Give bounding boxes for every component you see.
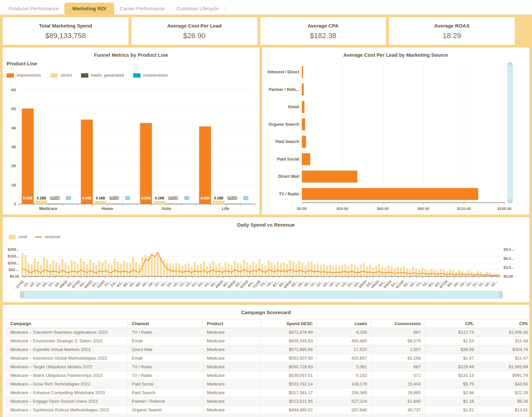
cost-bar[interactable] <box>191 267 193 276</box>
cost-bar[interactable] <box>55 262 57 276</box>
cost-bar[interactable] <box>283 262 285 276</box>
funnel-bar-leads-generated-home[interactable] <box>108 204 120 204</box>
cost-bar[interactable] <box>265 265 266 276</box>
cost-bar[interactable] <box>338 266 340 276</box>
tab-carrier-performance[interactable]: Carrier Performance <box>114 3 171 15</box>
cost-bar[interactable] <box>197 265 199 276</box>
cost-bar[interactable] <box>421 268 423 276</box>
cost-bar[interactable] <box>329 265 331 276</box>
cost-bar[interactable] <box>296 264 297 276</box>
cost-bar[interactable] <box>354 265 356 276</box>
cost-bar[interactable] <box>120 264 122 276</box>
cost-bar[interactable] <box>468 271 469 276</box>
cost-bar[interactable] <box>292 262 294 276</box>
cost-bar[interactable] <box>302 263 303 276</box>
cost-bar[interactable] <box>219 263 220 276</box>
cost-bar[interactable] <box>357 267 359 276</box>
cost-bar[interactable] <box>363 263 365 276</box>
cost-bar[interactable] <box>182 266 183 276</box>
cost-bar[interactable] <box>252 261 254 276</box>
table-row[interactable]: Medicare – Enhance Compelling Mindshare … <box>6 388 530 397</box>
cost-bar[interactable] <box>341 265 343 276</box>
scrollbar-handle-left[interactable] <box>21 292 24 297</box>
table-row[interactable] <box>6 414 530 417</box>
funnel-bar-conversions-home[interactable] <box>122 204 134 204</box>
cost-bar[interactable] <box>477 271 479 276</box>
cost-bar[interactable] <box>332 267 334 276</box>
table-row[interactable]: Medicare – Matrix Ubiquitous Partnership… <box>6 371 530 380</box>
cost-bar[interactable] <box>449 270 451 276</box>
column-header-cpl[interactable]: CPL <box>425 319 478 328</box>
cost-bar[interactable] <box>280 263 282 276</box>
scrollbar-handle-top[interactable] <box>508 63 512 66</box>
cost-bar[interactable] <box>237 263 239 276</box>
funnel-bar-clicks-life[interactable] <box>213 201 225 204</box>
cost-bar[interactable] <box>425 269 426 276</box>
funnel-bar-clicks-auto[interactable] <box>154 201 166 204</box>
table-row[interactable]: Medicare – Engage Open-Source Users 2022… <box>6 397 530 406</box>
cost-bar[interactable] <box>95 265 97 276</box>
column-header-product[interactable]: Product <box>203 319 261 328</box>
cost-bar[interactable] <box>157 254 159 276</box>
cost-bar[interactable] <box>40 265 42 276</box>
cost-bar[interactable] <box>452 271 454 276</box>
funnel-bar-impressions-auto[interactable] <box>140 123 152 204</box>
funnel-bar-conversions-life[interactable] <box>240 204 252 204</box>
cost-bar[interactable] <box>28 263 30 276</box>
cost-bar[interactable] <box>311 261 312 276</box>
cost-bar[interactable] <box>185 264 186 276</box>
cost-bar[interactable] <box>431 269 432 276</box>
cost-bar[interactable] <box>391 266 393 276</box>
funnel-bar-conversions-auto[interactable] <box>181 204 193 204</box>
tab-producer-performance[interactable]: Producer Performance <box>3 3 64 15</box>
cost-bar[interactable] <box>163 260 165 276</box>
cost-bar[interactable] <box>222 266 223 276</box>
cost-bar[interactable] <box>255 264 257 276</box>
cost-bar[interactable] <box>274 265 276 276</box>
cost-bar[interactable] <box>22 253 23 276</box>
cpl-bar-paid-search[interactable] <box>302 136 306 148</box>
cost-bar[interactable] <box>117 262 119 276</box>
funnel-bar-leads-generated-life[interactable] <box>226 204 238 204</box>
cost-bar[interactable] <box>320 265 322 276</box>
cost-bar[interactable] <box>154 256 155 276</box>
funnel-bar-clicks-medicare[interactable] <box>36 201 47 204</box>
funnel-bar-leads-generated-medicare[interactable] <box>49 204 61 204</box>
cost-bar[interactable] <box>394 269 396 276</box>
cost-bar[interactable] <box>397 267 399 276</box>
cost-bar[interactable] <box>345 264 346 276</box>
table-row[interactable]: Medicare – Target Ubiquitous Models 2022… <box>6 363 530 371</box>
column-header-cpa[interactable]: CPA <box>478 319 530 328</box>
cost-bar[interactable] <box>126 263 128 277</box>
cost-bar[interactable] <box>37 261 39 276</box>
table-row[interactable]: Medicare – Envisioneer Strategic E-Taile… <box>6 337 530 345</box>
cost-bar[interactable] <box>271 263 272 277</box>
cost-bar[interactable] <box>212 261 214 276</box>
cost-bar[interactable] <box>382 267 383 276</box>
cost-bar[interactable] <box>440 269 442 276</box>
cost-bar[interactable] <box>462 271 463 276</box>
cpl-bar-paid-social[interactable] <box>302 153 310 165</box>
cost-bar[interactable] <box>277 261 279 276</box>
column-header-campaign[interactable]: Campaign <box>6 319 128 328</box>
funnel-bar-conversions-medicare[interactable] <box>63 204 75 204</box>
cost-bar[interactable] <box>108 264 109 276</box>
cost-bar[interactable] <box>262 264 263 276</box>
cost-bar[interactable] <box>246 263 248 276</box>
cost-bar[interactable] <box>434 270 435 276</box>
cost-bar[interactable] <box>105 260 106 276</box>
scrollbar-handle-bottom[interactable] <box>508 200 512 202</box>
table-row[interactable]: Medicare – Grow Rich Technologies 2022Pa… <box>6 380 530 388</box>
cost-bar[interactable] <box>86 264 88 276</box>
cost-bar[interactable] <box>46 259 48 276</box>
cost-bar[interactable] <box>25 255 26 276</box>
cost-bar[interactable] <box>443 270 445 276</box>
cost-bar[interactable] <box>228 264 229 276</box>
cost-bar[interactable] <box>92 263 94 276</box>
cost-bar[interactable] <box>200 264 202 276</box>
cost-bar[interactable] <box>172 264 174 276</box>
scrollbar-handle-right[interactable] <box>499 292 502 297</box>
cost-bar[interactable] <box>372 267 374 276</box>
cost-bar[interactable] <box>305 265 306 276</box>
cost-bar[interactable] <box>289 260 291 276</box>
